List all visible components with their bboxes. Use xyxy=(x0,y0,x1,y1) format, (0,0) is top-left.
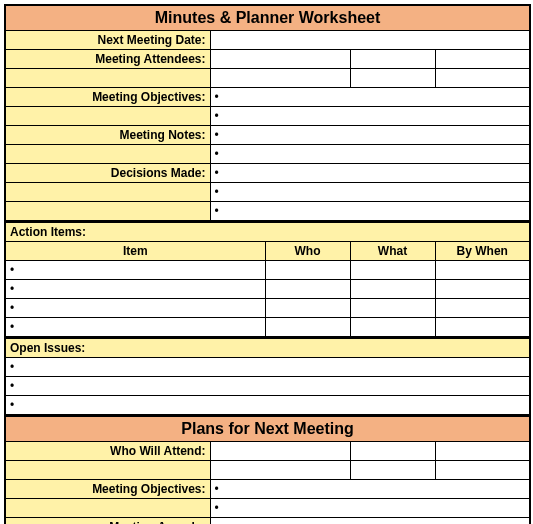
value-attendee-3[interactable] xyxy=(210,69,350,88)
label-next-meeting-date: Next Meeting Date: xyxy=(5,31,210,50)
action-who-1[interactable] xyxy=(265,280,350,299)
value-attendee-4[interactable] xyxy=(350,69,435,88)
label-meeting-agenda: Meeting Agenda: xyxy=(5,518,210,525)
value-decision-1[interactable]: • xyxy=(210,183,530,202)
label-decisions-made: Decisions Made: xyxy=(5,164,210,183)
title-plans-next: Plans for Next Meeting xyxy=(5,417,530,442)
label-open-issues: Open Issues: xyxy=(5,339,530,358)
action-what-2[interactable] xyxy=(350,299,435,318)
label-next-objectives: Meeting Objectives: xyxy=(5,480,210,499)
next-attendee-0[interactable] xyxy=(210,442,350,461)
label-meeting-notes: Meeting Notes: xyxy=(5,126,210,145)
action-who-0[interactable] xyxy=(265,261,350,280)
title-minutes-planner: Minutes & Planner Worksheet xyxy=(5,5,530,31)
value-attendee-1[interactable] xyxy=(350,50,435,69)
col-what: What xyxy=(350,242,435,261)
action-who-3[interactable] xyxy=(265,318,350,338)
label-meeting-attendees: Meeting Attendees: xyxy=(5,50,210,69)
action-bywhen-0[interactable] xyxy=(435,261,530,280)
worksheet-table: Minutes & Planner Worksheet Next Meeting… xyxy=(4,4,531,524)
next-objective-0[interactable]: • xyxy=(210,480,530,499)
action-bywhen-1[interactable] xyxy=(435,280,530,299)
col-bywhen: By When xyxy=(435,242,530,261)
action-item-1[interactable]: • xyxy=(5,280,265,299)
open-issue-1[interactable]: • xyxy=(5,377,530,396)
value-attendee-5[interactable] xyxy=(435,69,530,88)
action-bywhen-3[interactable] xyxy=(435,318,530,338)
value-objective-0[interactable]: • xyxy=(210,88,530,107)
action-what-1[interactable] xyxy=(350,280,435,299)
value-decision-2[interactable]: • xyxy=(210,202,530,222)
next-attendee-5[interactable] xyxy=(435,461,530,480)
col-item: Item xyxy=(5,242,265,261)
value-attendee-2[interactable] xyxy=(435,50,530,69)
action-what-0[interactable] xyxy=(350,261,435,280)
label-action-items: Action Items: xyxy=(5,223,530,242)
label-meeting-objectives: Meeting Objectives: xyxy=(5,88,210,107)
next-attendee-1[interactable] xyxy=(350,442,435,461)
action-bywhen-2[interactable] xyxy=(435,299,530,318)
value-attendee-0[interactable] xyxy=(210,50,350,69)
next-attendee-2[interactable] xyxy=(435,442,530,461)
next-attendee-4[interactable] xyxy=(350,461,435,480)
value-note-1[interactable]: • xyxy=(210,145,530,164)
open-issue-2[interactable]: • xyxy=(5,396,530,416)
value-next-meeting-date[interactable] xyxy=(210,31,530,50)
value-note-0[interactable]: • xyxy=(210,126,530,145)
next-attendee-3[interactable] xyxy=(210,461,350,480)
agenda-0[interactable]: • xyxy=(210,518,530,525)
action-who-2[interactable] xyxy=(265,299,350,318)
open-issue-0[interactable]: • xyxy=(5,358,530,377)
next-objective-1[interactable]: • xyxy=(210,499,530,518)
action-item-2[interactable]: • xyxy=(5,299,265,318)
action-what-3[interactable] xyxy=(350,318,435,338)
col-who: Who xyxy=(265,242,350,261)
value-decision-0[interactable]: • xyxy=(210,164,530,183)
label-attendees-cont xyxy=(5,69,210,88)
label-who-will-attend: Who Will Attend: xyxy=(5,442,210,461)
action-item-3[interactable]: • xyxy=(5,318,265,338)
value-objective-1[interactable]: • xyxy=(210,107,530,126)
action-item-0[interactable]: • xyxy=(5,261,265,280)
